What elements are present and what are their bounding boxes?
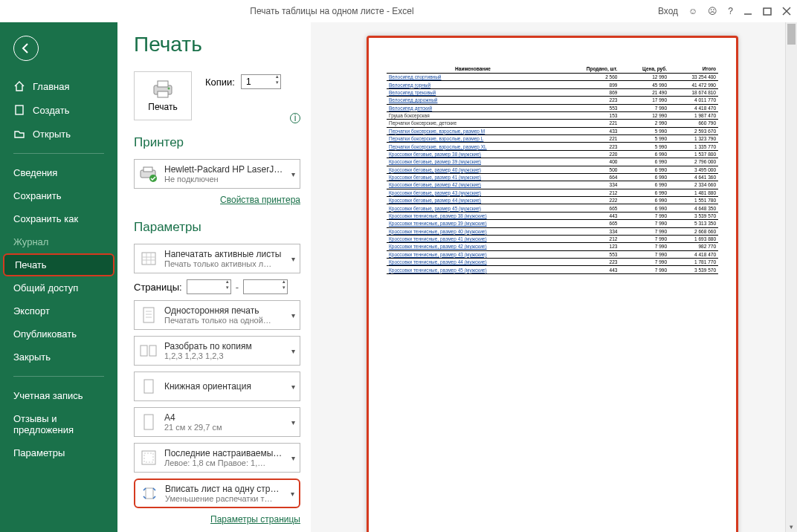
- divider: [13, 376, 104, 377]
- help-icon[interactable]: ?: [728, 6, 733, 16]
- preview-page: НаименованиеПродано, шт.Цена, руб.ИтогоВ…: [367, 36, 738, 532]
- window-title: Печать таблицы на одном листе - Excel: [6, 6, 658, 16]
- page-title: Печать: [134, 33, 300, 56]
- titlebar: Печать таблицы на одном листе - Excel Вх…: [0, 0, 797, 22]
- page-single-icon: [139, 304, 158, 326]
- folder-open-icon: [13, 128, 25, 140]
- chevron-down-icon: ▾: [289, 490, 294, 498]
- svg-point-8: [168, 88, 170, 90]
- scroll-down-icon[interactable]: ▾: [786, 523, 797, 531]
- sidebar-item-account[interactable]: Учетная запись: [0, 384, 117, 407]
- sidebar-item-feedback[interactable]: Отзывы и предложения: [0, 407, 117, 441]
- chevron-down-icon: ▾: [290, 255, 295, 263]
- minimize-icon[interactable]: [743, 7, 752, 16]
- chevron-down-icon: ▾: [290, 311, 295, 319]
- margins-dropdown[interactable]: Последние настраиваемы…Левое: 1,8 см Пра…: [134, 443, 300, 473]
- sidebar-item-share[interactable]: Общий доступ: [0, 276, 117, 299]
- svg-rect-7: [158, 91, 168, 97]
- sidebar-label: Сведения: [13, 167, 57, 178]
- pages-to-input[interactable]: [243, 279, 288, 294]
- collate-icon: [139, 340, 158, 362]
- printer-name: Hewlett-Packard HP LaserJe…: [164, 164, 284, 175]
- svg-rect-22: [149, 346, 156, 356]
- sidebar-label: Общий доступ: [13, 282, 78, 293]
- print-button[interactable]: Печать: [134, 71, 192, 120]
- divider: [13, 153, 104, 154]
- sidebar-label: Печать: [15, 259, 47, 270]
- sidebar-label: Учетная запись: [13, 390, 83, 401]
- params-heading: Параметры: [134, 220, 300, 235]
- print-preview-area: НаименованиеПродано, шт.Цена, руб.ИтогоВ…: [311, 22, 797, 532]
- login-link[interactable]: Вход: [658, 6, 678, 16]
- face-happy-icon[interactable]: ☺: [688, 6, 697, 16]
- sidebar-label: Параметры: [13, 447, 65, 458]
- svg-rect-24: [144, 415, 153, 429]
- fit-page-icon: [140, 482, 159, 505]
- page-setup-link[interactable]: Параметры страницы: [134, 514, 300, 525]
- maximize-icon[interactable]: [763, 7, 772, 16]
- close-icon[interactable]: [782, 7, 791, 16]
- printer-dropdown[interactable]: Hewlett-Packard HP LaserJe… Не подключен…: [134, 159, 300, 189]
- svg-rect-17: [143, 308, 154, 322]
- portrait-icon: [139, 375, 158, 398]
- margins-icon: [139, 447, 158, 469]
- back-button[interactable]: [13, 36, 39, 61]
- svg-rect-6: [158, 81, 168, 87]
- paper-dropdown[interactable]: A421 см x 29,7 см ▾: [134, 407, 300, 437]
- svg-rect-12: [142, 253, 155, 265]
- svg-rect-27: [146, 488, 153, 499]
- sidebar-label: Сохранить как: [13, 213, 78, 224]
- orientation-dropdown[interactable]: Книжная ориентация ▾: [134, 372, 300, 401]
- sidebar-item-open[interactable]: Открыть: [0, 122, 117, 146]
- printer-status-icon: [139, 163, 158, 185]
- sidebar-item-saveas[interactable]: Сохранить как: [0, 207, 117, 230]
- chevron-down-icon: ▾: [290, 454, 295, 462]
- sidebar-label: Сохранить: [13, 190, 62, 201]
- backstage-sidebar: Главная Создать Открыть Сведения Сохрани…: [0, 22, 117, 532]
- preview-scrollbar[interactable]: ▴ ▾: [785, 22, 797, 532]
- svg-rect-21: [141, 346, 147, 356]
- sidebar-item-print[interactable]: Печать: [3, 253, 114, 276]
- svg-rect-23: [144, 380, 153, 393]
- scaling-dropdown[interactable]: Вписать лист на одну стра…Уменьшение рас…: [134, 479, 300, 508]
- new-icon: [13, 104, 25, 116]
- sided-dropdown[interactable]: Односторонняя печатьПечатать только на о…: [134, 300, 300, 330]
- sidebar-label: Открыть: [33, 129, 71, 140]
- collate-dropdown[interactable]: Разобрать по копиям1,2,3 1,2,3 1,2,3 ▾: [134, 336, 300, 366]
- printer-heading: Принтер: [134, 135, 300, 150]
- info-icon[interactable]: i: [290, 113, 300, 123]
- sidebar-item-close[interactable]: Закрыть: [0, 346, 117, 369]
- sidebar-label: Экспорт: [13, 305, 50, 317]
- sheets-icon: [139, 247, 158, 270]
- sidebar-item-home[interactable]: Главная: [0, 74, 117, 98]
- sidebar-item-new[interactable]: Создать: [0, 98, 117, 122]
- arrow-left-icon: [20, 42, 32, 54]
- paper-icon: [139, 411, 158, 433]
- sidebar-item-save[interactable]: Сохранить: [0, 184, 117, 207]
- face-sad-icon[interactable]: ☹: [708, 6, 717, 16]
- sidebar-label: Журнал: [13, 236, 48, 247]
- chevron-down-icon: ▾: [290, 170, 295, 178]
- home-icon: [13, 80, 25, 92]
- printer-properties-link[interactable]: Свойства принтера: [134, 195, 300, 205]
- printer-icon: [151, 80, 175, 99]
- scroll-thumb[interactable]: [787, 24, 796, 45]
- print-button-label: Печать: [148, 102, 177, 112]
- sidebar-item-info[interactable]: Сведения: [0, 161, 117, 184]
- preview-table: НаименованиеПродано, шт.Цена, руб.ИтогоВ…: [387, 65, 718, 274]
- copies-input[interactable]: 1: [241, 74, 281, 89]
- svg-rect-1: [764, 8, 771, 15]
- pages-from-input[interactable]: [187, 279, 231, 294]
- sidebar-item-export[interactable]: Экспорт: [0, 299, 117, 322]
- chevron-down-icon: ▾: [290, 347, 295, 355]
- print-what-dropdown[interactable]: Напечатать активные листыПечать только а…: [134, 244, 300, 273]
- sidebar-label: Отзывы и предложения: [13, 413, 104, 435]
- sidebar-item-publish[interactable]: Опубликовать: [0, 322, 117, 346]
- sidebar-label: Опубликовать: [13, 328, 77, 340]
- sidebar-label: Создать: [33, 105, 69, 116]
- dash: -: [236, 282, 239, 293]
- pages-label: Страницы:: [134, 282, 182, 293]
- sidebar-item-options[interactable]: Параметры: [0, 441, 117, 464]
- chevron-down-icon: ▾: [290, 418, 295, 426]
- chevron-down-icon: ▾: [290, 383, 295, 391]
